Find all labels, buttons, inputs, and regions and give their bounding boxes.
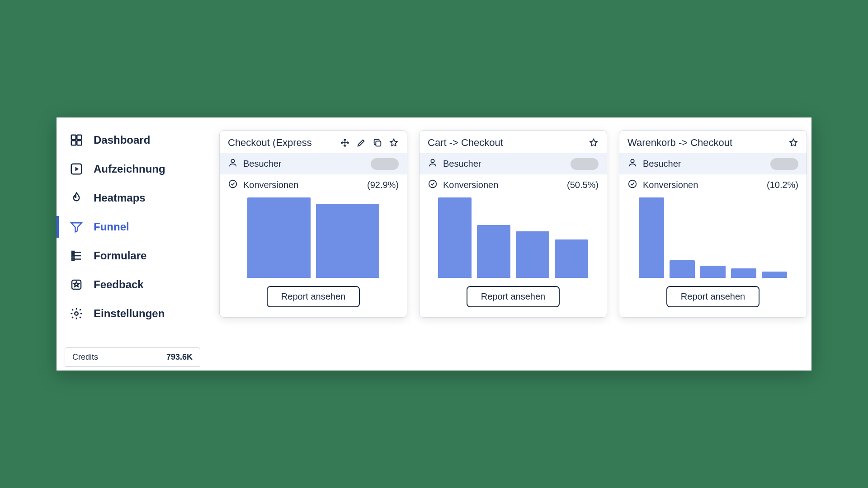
visitors-row: Besucher (220, 153, 407, 174)
check-icon (428, 179, 438, 191)
sidebar-item-recording[interactable]: Aufzeichnung (57, 155, 200, 183)
funnel-bar (438, 197, 472, 278)
sidebar-item-label: Feedback (94, 278, 144, 291)
check-icon (627, 179, 637, 191)
card-footer: Report ansehen (420, 282, 607, 317)
visitors-row: Besucher (420, 153, 607, 174)
conversion-rate: (10.2%) (767, 180, 798, 190)
svg-point-19 (631, 160, 634, 163)
svg-point-20 (629, 180, 637, 188)
move-icon[interactable] (340, 138, 350, 148)
funnel-bar (247, 197, 311, 278)
visitors-value-redacted (571, 158, 599, 170)
visitors-value-redacted (371, 158, 399, 170)
conversions-row: Konversionen(92.9%) (220, 174, 407, 196)
sidebar-item-dashboard[interactable]: Dashboard (57, 126, 200, 155)
conversions-label: Konversionen (443, 180, 498, 190)
credits-label: Credits (72, 352, 98, 362)
sidebar-item-label: Heatmaps (94, 192, 146, 204)
sidebar-item-funnel[interactable]: Funnel (57, 212, 200, 241)
funnel-bar (639, 197, 664, 278)
svg-point-15 (231, 160, 234, 163)
svg-point-18 (429, 180, 437, 188)
svg-rect-0 (71, 135, 76, 140)
conversions-row: Konversionen(10.2%) (619, 174, 807, 196)
credits-box: Credits 793.6K (65, 347, 200, 367)
card-title: Checkout (Express (228, 137, 336, 149)
card-footer: Report ansehen (619, 282, 807, 317)
user-icon (428, 158, 438, 170)
card-actions (340, 138, 399, 148)
sidebar: DashboardAufzeichnungHeatmapsFunnelFormu… (57, 117, 200, 371)
sidebar-item-label: Funnel (94, 221, 129, 233)
svg-rect-14 (376, 141, 381, 146)
gear-icon (69, 306, 84, 321)
svg-rect-2 (71, 141, 76, 145)
sidebar-item-settings[interactable]: Einstellungen (57, 299, 200, 328)
star-icon[interactable] (788, 138, 798, 148)
copy-icon[interactable] (373, 138, 382, 148)
user-icon (627, 158, 637, 170)
svg-point-16 (229, 180, 237, 188)
funnel-bar (516, 231, 549, 278)
flame-icon (69, 191, 84, 205)
funnel-bar (316, 204, 379, 278)
card-header: Warenkorb -> Checkout (619, 131, 807, 153)
svg-point-13 (75, 312, 78, 315)
card-header: Cart -> Checkout (420, 131, 607, 153)
funnel-chart (619, 196, 807, 282)
star-icon[interactable] (589, 138, 599, 148)
credits-value: 793.6K (166, 352, 193, 362)
conversions-label: Konversionen (243, 180, 298, 190)
funnel-bar (731, 268, 756, 278)
report-button[interactable]: Report ansehen (467, 286, 560, 307)
feedback-icon (69, 277, 84, 292)
visitors-label: Besucher (243, 159, 282, 169)
report-button[interactable]: Report ansehen (267, 286, 360, 307)
svg-rect-1 (77, 135, 81, 140)
conversion-rate: (92.9%) (367, 180, 399, 190)
funnel-bar (700, 266, 726, 278)
funnel-card-warenkorb-checkout: Warenkorb -> CheckoutBesucherKonversione… (619, 130, 807, 318)
check-icon (228, 179, 238, 191)
funnel-chart (420, 196, 607, 282)
funnel-bar (477, 225, 510, 278)
sidebar-item-label: Aufzeichnung (94, 163, 165, 175)
conversion-rate: (50.5%) (567, 180, 599, 190)
funnel-bar (670, 260, 695, 278)
funnel-icon (69, 220, 84, 234)
visitors-row: Besucher (619, 153, 807, 174)
grid-icon (69, 133, 84, 147)
card-title: Warenkorb -> Checkout (627, 137, 785, 149)
svg-marker-5 (75, 167, 79, 171)
star-icon[interactable] (389, 138, 399, 148)
card-actions (788, 138, 798, 148)
funnel-card-cart-checkout: Cart -> CheckoutBesucherKonversionen(50.… (419, 130, 607, 318)
play-icon (69, 162, 84, 176)
svg-point-17 (431, 160, 434, 163)
funnel-card-checkout-express: Checkout (ExpressBesucherKonversionen(92… (219, 130, 407, 318)
svg-rect-3 (77, 141, 81, 145)
sidebar-item-label: Einstellungen (94, 307, 165, 320)
sidebar-item-forms[interactable]: Formulare (57, 241, 200, 270)
app-window: DashboardAufzeichnungHeatmapsFunnelFormu… (57, 117, 811, 371)
sidebar-item-label: Dashboard (94, 134, 150, 146)
funnel-cards-area: Checkout (ExpressBesucherKonversionen(92… (200, 117, 811, 371)
sidebar-item-heatmaps[interactable]: Heatmaps (57, 183, 200, 212)
report-button[interactable]: Report ansehen (666, 286, 760, 307)
visitors-value-redacted (770, 158, 798, 170)
funnel-bar (762, 272, 787, 278)
card-header: Checkout (Express (220, 131, 407, 153)
user-icon (228, 158, 238, 170)
form-icon (69, 249, 84, 263)
sidebar-item-feedback[interactable]: Feedback (57, 270, 200, 299)
visitors-label: Besucher (443, 159, 481, 169)
pencil-icon[interactable] (356, 138, 366, 148)
conversions-row: Konversionen(50.5%) (420, 174, 607, 196)
card-title: Cart -> Checkout (428, 137, 585, 149)
conversions-label: Konversionen (643, 180, 698, 190)
card-actions (589, 138, 599, 148)
sidebar-item-label: Formulare (94, 249, 146, 262)
visitors-label: Besucher (643, 159, 681, 169)
funnel-bar (555, 239, 588, 278)
